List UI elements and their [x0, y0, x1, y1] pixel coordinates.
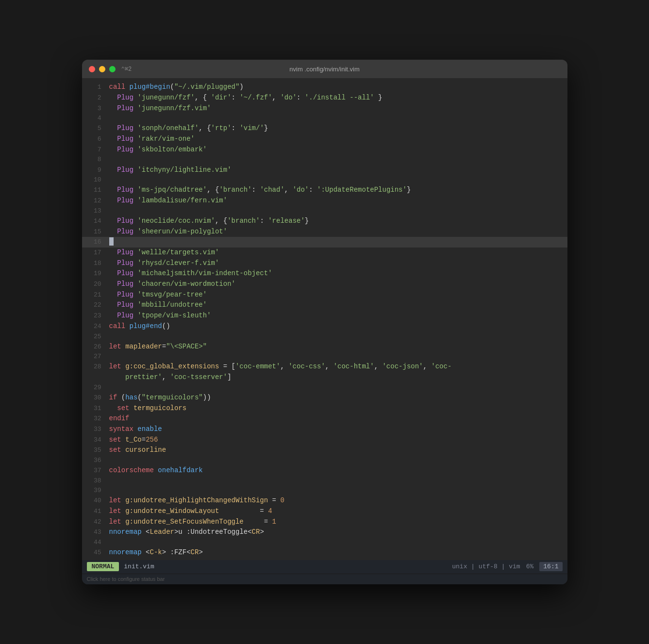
line-content: Plug 'chaoren/vim-wordmotion': [109, 279, 235, 290]
traffic-lights: [89, 66, 116, 72]
line-number: 6: [86, 134, 101, 144]
code-editor[interactable]: 1call plug#begin("~/.vim/plugged")2 Plug…: [82, 78, 567, 560]
code-line: 25: [82, 332, 567, 342]
vim-mode: NORMAL: [87, 562, 119, 571]
line-content: Plug 'sheerun/vim-polyglot': [109, 227, 228, 237]
code-line: 36: [82, 456, 567, 465]
line-number: 25: [86, 332, 101, 342]
line-content: Plug 'wellle/targets.vim': [109, 248, 219, 258]
code-line: 24call plug#end(): [82, 321, 567, 332]
code-line: 4: [82, 114, 567, 123]
line-content: Plug 'skbolton/embark': [109, 145, 207, 155]
code-line: 31 set termguicolors: [82, 403, 567, 414]
line-content: nnoremap <Leader>u :UndotreeToggle<CR>: [109, 527, 264, 538]
line-number: 1: [86, 83, 101, 92]
code-line: 18 Plug 'rhysd/clever-f.vim': [82, 258, 567, 269]
line-number: 9: [86, 165, 101, 175]
maximize-button[interactable]: [109, 66, 116, 72]
line-content: call plug#end(): [109, 321, 170, 332]
cursor: [109, 237, 114, 246]
line-number: 20: [86, 280, 101, 289]
line-content: Plug 'tpope/vim-sleuth': [109, 311, 211, 321]
bottombar-text[interactable]: Click here to configure status bar: [87, 576, 165, 582]
line-number: 3: [86, 104, 101, 114]
code-line: 42let g:undotree_SetFocusWhenToggle = 1: [82, 517, 567, 528]
line-number: 17: [86, 248, 101, 258]
code-line: 15 Plug 'sheerun/vim-polyglot': [82, 227, 567, 237]
line-content: Plug 'mbbill/undotree': [109, 300, 207, 311]
code-line: 40let g:undotree_HighlightChangedWithSig…: [82, 495, 567, 506]
line-number: 40: [86, 496, 101, 506]
line-number: 11: [86, 185, 101, 195]
line-number: 23: [86, 311, 101, 321]
code-line: 41let g:undotree_WindowLayout = 4: [82, 506, 567, 517]
line-content: Plug 'junegunn/fzf', { 'dir': '~/.fzf', …: [109, 93, 383, 103]
code-line: 34set t_Co=256: [82, 435, 567, 446]
code-line: 13: [82, 206, 567, 216]
code-line: 35set cursorline: [82, 445, 567, 456]
line-number: 34: [86, 435, 101, 445]
line-content: Plug 'neoclide/coc.nvim', {'branch': 're…: [109, 216, 309, 227]
line-content: Plug 'ms-jpq/chadtree', {'branch': 'chad…: [109, 185, 411, 196]
line-content: Plug 'itchyny/lightline.vim': [109, 165, 232, 176]
code-line: 17 Plug 'wellle/targets.vim': [82, 248, 567, 258]
line-number: 31: [86, 404, 101, 413]
line-content: [109, 237, 114, 248]
status-encoding: unix | utf-8 | vim: [452, 563, 520, 570]
line-content: let g:undotree_WindowLayout = 4: [109, 506, 272, 517]
code-line: 43nnoremap <Leader>u :UndotreeToggle<CR>: [82, 527, 567, 538]
line-content: Plug 'sonph/onehalf', {'rtp': 'vim/'}: [109, 123, 268, 134]
window-title: nvim .config/nvim/init.vim: [289, 66, 359, 73]
line-content: Plug 'michaeljsmith/vim-indent-object': [109, 268, 272, 279]
bottombar[interactable]: Click here to configure status bar: [82, 574, 567, 584]
line-number: 4: [86, 114, 101, 123]
line-number: 24: [86, 322, 101, 331]
line-number: 39: [86, 486, 101, 495]
code-line: 32endif: [82, 413, 567, 424]
line-content: syntax enable: [109, 424, 162, 435]
statusbar: NORMAL init.vim unix | utf-8 | vim 6% 16…: [82, 560, 567, 574]
line-number: 36: [86, 456, 101, 465]
line-number: 37: [86, 466, 101, 476]
window-shortcut: ⌃⌘2: [121, 66, 132, 73]
line-number: 33: [86, 425, 101, 434]
code-line: 8: [82, 155, 567, 165]
status-filename: init.vim: [124, 563, 154, 570]
line-number: 27: [86, 352, 101, 362]
close-button[interactable]: [89, 66, 95, 72]
code-line: 1call plug#begin("~/.vim/plugged"): [82, 82, 567, 93]
line-content: set cursorline: [109, 445, 166, 456]
line-number: 21: [86, 290, 101, 300]
line-number: 29: [86, 383, 101, 393]
line-content: let g:undotree_HighlightChangedWithSign …: [109, 495, 284, 506]
code-line: 21 Plug 'tmsvg/pear-tree': [82, 290, 567, 300]
line-number: 13: [86, 206, 101, 216]
titlebar: ⌃⌘2 nvim .config/nvim/init.vim: [82, 60, 567, 78]
minimize-button[interactable]: [99, 66, 105, 72]
code-line: 22 Plug 'mbbill/undotree': [82, 300, 567, 311]
line-number: 38: [86, 476, 101, 486]
code-line: 14 Plug 'neoclide/coc.nvim', {'branch': …: [82, 216, 567, 227]
code-line: 11 Plug 'ms-jpq/chadtree', {'branch': 'c…: [82, 185, 567, 196]
code-line: 5 Plug 'sonph/onehalf', {'rtp': 'vim/'}: [82, 123, 567, 134]
code-line: 30if (has("termguicolors")): [82, 393, 567, 403]
code-line: 20 Plug 'chaoren/vim-wordmotion': [82, 279, 567, 290]
line-content: if (has("termguicolors")): [109, 393, 211, 403]
line-content: Plug 'rhysd/clever-f.vim': [109, 258, 219, 269]
line-number: 22: [86, 300, 101, 310]
code-line: 7 Plug 'skbolton/embark': [82, 145, 567, 155]
code-area[interactable]: 1call plug#begin("~/.vim/plugged")2 Plug…: [82, 82, 567, 560]
code-line: 33syntax enable: [82, 424, 567, 435]
line-number: 18: [86, 259, 101, 268]
line-number: 35: [86, 446, 101, 455]
line-content: prettier', 'coc-tsserver']: [109, 372, 232, 383]
code-line: 12 Plug 'lambdalisue/fern.vim': [82, 196, 567, 206]
line-number: 42: [86, 517, 101, 527]
code-line: 29: [82, 383, 567, 393]
line-number: 8: [86, 155, 101, 165]
line-number: 19: [86, 269, 101, 279]
code-line: 37colorscheme onehalfdark: [82, 465, 567, 476]
code-line: 2 Plug 'junegunn/fzf', { 'dir': '~/.fzf'…: [82, 93, 567, 103]
line-number: 28: [86, 362, 101, 372]
code-line: 38: [82, 476, 567, 486]
